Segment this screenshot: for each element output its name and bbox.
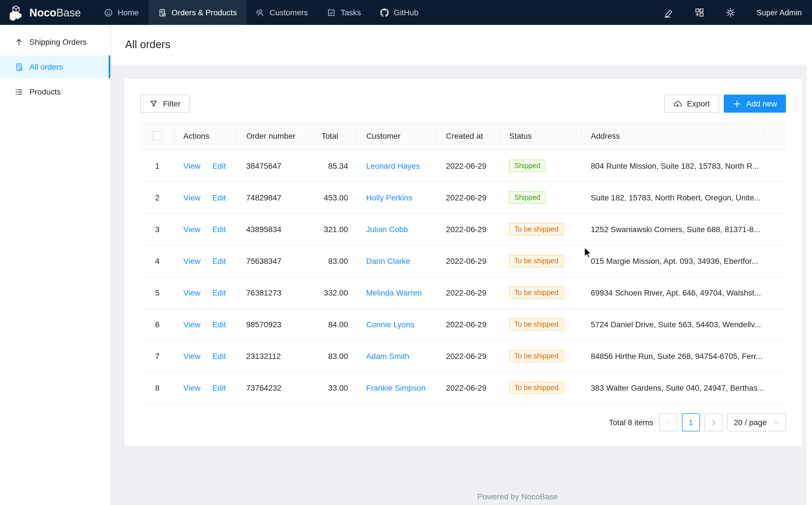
status-cell: To be shipped	[500, 213, 582, 245]
customer-link[interactable]: Frankie Simpson	[366, 383, 426, 392]
action-divider	[206, 384, 207, 392]
settings-button[interactable]	[726, 7, 736, 18]
pagination: Total 8 items 1 20 / page	[140, 413, 786, 431]
menu-item-orders-products[interactable]: Orders & Products	[148, 0, 246, 25]
table-toolbar: Filter Export Add new	[140, 95, 786, 113]
edit-link[interactable]: Edit	[212, 352, 226, 361]
row-actions: ViewEdit	[174, 372, 237, 404]
customer-link[interactable]: Leonard Hayes	[366, 161, 420, 170]
order-number-cell: 75638347	[237, 245, 312, 277]
customer-link[interactable]: Holly Perkins	[366, 193, 412, 202]
edit-link[interactable]: Edit	[212, 320, 226, 329]
sidebar-item-shipping-orders[interactable]: Shipping Orders	[0, 31, 110, 53]
view-link[interactable]: View	[183, 225, 200, 234]
status-badge: To be shipped	[509, 350, 564, 362]
cloud-download-icon	[673, 99, 682, 108]
row-index: 3	[140, 213, 174, 245]
scrollbar-track[interactable]	[806, 25, 812, 505]
add-new-button[interactable]: Add new	[724, 95, 786, 113]
created-at-cell: 2022-06-29	[437, 277, 500, 309]
edit-link[interactable]: Edit	[212, 383, 226, 392]
status-cell: To be shipped	[500, 277, 582, 309]
row-index: 5	[140, 277, 174, 309]
table-row: 4 ViewEdit 75638347 83.00 Darin Clarke 2…	[140, 245, 786, 277]
address-cell: Suite 182, 15783, North Robert, Oregon, …	[582, 182, 763, 213]
created-at-cell: 2022-06-29	[437, 372, 500, 404]
status-cell: To be shipped	[500, 340, 582, 372]
customer-link[interactable]: Julian Cobb	[366, 225, 408, 234]
order-number-cell: 74829847	[237, 182, 312, 213]
edit-link[interactable]: Edit	[212, 257, 226, 266]
address-cell: 804 Runte Mission, Suite 182, 15783, Nor…	[582, 150, 763, 182]
navbar-right: Super Admin	[663, 0, 812, 25]
view-link[interactable]: View	[183, 288, 200, 297]
view-link[interactable]: View	[183, 320, 200, 329]
created-at-cell: 2022-06-29	[437, 309, 500, 340]
row-actions: ViewEdit	[174, 309, 237, 340]
status-badge: To be shipped	[509, 287, 564, 299]
sidebar: Shipping Orders All orders Products	[0, 25, 111, 505]
order-number-cell: 73764232	[237, 372, 312, 404]
customer-cell: Leonard Hayes	[357, 150, 437, 182]
pagination-next-button[interactable]	[704, 413, 722, 431]
total-cell: 332.00	[312, 277, 357, 309]
customer-cell: Julian Cobb	[357, 213, 437, 245]
status-badge: Shipped	[509, 191, 545, 204]
export-button[interactable]: Export	[664, 95, 719, 113]
menu-item-github[interactable]: GitHub	[371, 0, 428, 25]
select-all-checkbox[interactable]	[153, 132, 162, 141]
add-new-button-label: Add new	[746, 99, 777, 108]
menu-item-customers[interactable]: Customers	[246, 0, 317, 25]
spacer-cell	[763, 277, 786, 309]
unordered-list-icon	[15, 88, 23, 96]
view-link[interactable]: View	[183, 352, 200, 361]
spacer-cell	[763, 182, 786, 213]
pagination-prev-button[interactable]	[659, 413, 677, 431]
total-cell: 85.34	[312, 150, 357, 182]
customer-link[interactable]: Darin Clarke	[366, 257, 410, 266]
column-header-spacer	[763, 122, 786, 150]
view-link[interactable]: View	[183, 161, 200, 170]
menu-item-label: GitHub	[394, 8, 419, 17]
brand-light: Base	[56, 6, 81, 18]
menu-item-home[interactable]: Home	[94, 0, 149, 25]
view-link[interactable]: View	[183, 383, 200, 392]
customer-link[interactable]: Melinda Warren	[366, 288, 422, 297]
order-number-cell: 98570923	[237, 309, 312, 340]
sidebar-item-products[interactable]: Products	[0, 80, 110, 103]
customer-cell: Connie Lyons	[357, 309, 437, 340]
action-divider	[206, 289, 207, 297]
page-size-select[interactable]: 20 / page	[727, 413, 786, 431]
edit-link[interactable]: Edit	[212, 193, 226, 202]
action-divider	[206, 194, 207, 201]
brand-text: NocoBase	[29, 7, 81, 18]
filter-icon	[150, 99, 158, 108]
plugin-manager-button[interactable]	[694, 7, 705, 18]
github-icon	[380, 8, 389, 17]
select-all-header	[140, 122, 174, 150]
customer-link[interactable]: Connie Lyons	[366, 320, 414, 329]
row-actions: ViewEdit	[174, 277, 237, 309]
filter-button[interactable]: Filter	[140, 95, 190, 113]
column-header-actions: Actions	[174, 122, 237, 150]
menu-item-label: Tasks	[341, 8, 361, 17]
menu-item-tasks[interactable]: Tasks	[317, 0, 371, 25]
view-link[interactable]: View	[183, 257, 200, 266]
view-link[interactable]: View	[183, 193, 200, 202]
sidebar-item-all-orders[interactable]: All orders	[0, 55, 110, 78]
spacer-cell	[763, 245, 786, 277]
customer-link[interactable]: Adam Smith	[366, 352, 410, 361]
page-title: All orders	[125, 38, 171, 51]
export-button-label: Export	[687, 99, 710, 108]
edit-link[interactable]: Edit	[212, 161, 226, 170]
pagination-page-1[interactable]: 1	[682, 413, 700, 431]
action-divider	[206, 225, 207, 233]
ui-editor-button[interactable]	[663, 7, 673, 18]
order-number-cell: 43895834	[237, 213, 312, 245]
nocobase-logo-icon	[8, 4, 24, 21]
address-cell: 69934 Schoen River, Apt. 646, 49704, Wal…	[582, 277, 763, 309]
created-at-cell: 2022-06-29	[437, 213, 500, 245]
edit-link[interactable]: Edit	[212, 225, 226, 234]
user-menu[interactable]: Super Admin	[757, 8, 802, 17]
edit-link[interactable]: Edit	[212, 288, 226, 297]
